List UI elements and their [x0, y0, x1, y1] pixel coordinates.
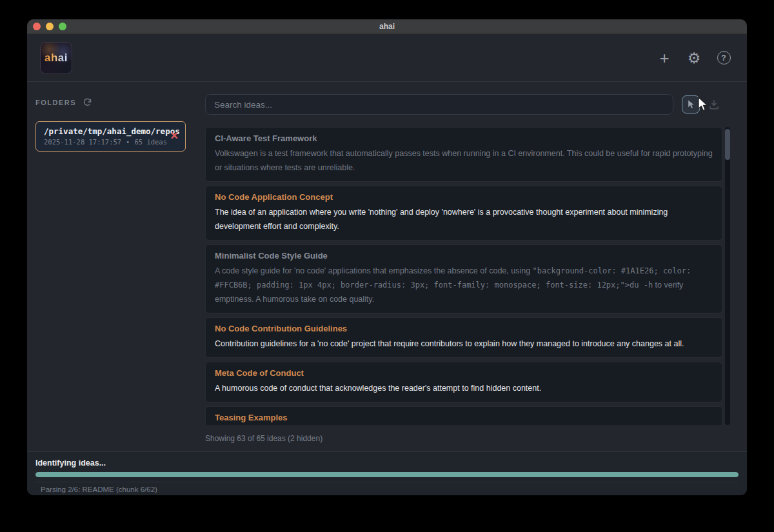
idea-description: Contribution guidelines for a 'no code' …: [215, 337, 713, 351]
idea-title: No Code Application Concept: [215, 192, 713, 202]
content-area: FOLDERS /private/tmp/ahai_demo/repos 202…: [27, 82, 747, 451]
idea-card[interactable]: CI-Aware Test Framework Volkswagen is a …: [205, 127, 722, 182]
status-footer: Identifying ideas... Parsing 2/6: README…: [27, 451, 747, 495]
download-icon: [708, 99, 720, 110]
select-mode-button[interactable]: [682, 95, 700, 113]
help-button[interactable]: ?: [716, 50, 731, 66]
idea-title: Teasing Examples: [215, 413, 713, 422]
idea-card[interactable]: No Code Application Concept The idea of …: [205, 186, 722, 241]
folder-path: /private/tmp/ahai_demo/repos: [44, 126, 165, 136]
idea-card[interactable]: Meta Code of Conduct A humorous code of …: [205, 362, 722, 402]
app-logo: ahai: [40, 42, 72, 74]
idea-list: CI-Aware Test Framework Volkswagen is a …: [205, 127, 722, 425]
parsing-status: Parsing 2/6: README (chunk 6/62): [35, 482, 739, 493]
help-icon: ?: [717, 51, 731, 64]
refresh-icon[interactable]: [83, 97, 92, 107]
idea-title: Meta Code of Conduct: [215, 368, 713, 378]
idea-card[interactable]: No Code Contribution Guidelines Contribu…: [205, 317, 722, 358]
idea-description: The idea of an application where you wri…: [215, 205, 713, 233]
pointer-icon: [687, 100, 695, 110]
app-window: ahai ahai + ⚙ ? FOLDERS: [27, 19, 747, 495]
idea-description: A code style guide for 'no code' applica…: [215, 264, 713, 306]
activity-label: Identifying ideas...: [35, 458, 739, 468]
app-logo-text: ahai: [45, 52, 68, 64]
idea-card[interactable]: Minimalist Code Style Guide A code style…: [205, 244, 722, 313]
idea-description: Volkswagen is a test framework that auto…: [215, 146, 713, 175]
titlebar: ahai: [27, 19, 747, 34]
close-icon: ✕: [170, 130, 179, 141]
scrollbar[interactable]: [725, 127, 730, 425]
add-folder-button[interactable]: +: [657, 50, 672, 66]
main-panel: CI-Aware Test Framework Volkswagen is a …: [197, 82, 747, 451]
sidebar: FOLDERS /private/tmp/ahai_demo/repos 202…: [27, 82, 197, 451]
folder-item[interactable]: /private/tmp/ahai_demo/repos 2025-11-28 …: [35, 121, 186, 152]
folders-heading: FOLDERS: [35, 99, 76, 106]
window-title: ahai: [27, 22, 747, 31]
folder-idea-count: 65 ideas: [134, 138, 167, 146]
search-input[interactable]: [205, 94, 673, 115]
export-button[interactable]: [706, 95, 722, 113]
delete-folder-button[interactable]: ✕: [170, 131, 179, 141]
settings-button[interactable]: ⚙: [686, 50, 702, 66]
app-header: ahai + ⚙ ?: [27, 34, 747, 82]
idea-description: A humorous code of conduct that acknowle…: [215, 381, 713, 395]
plus-icon: +: [659, 51, 669, 65]
folder-timestamp: 2025-11-28 17:17:57: [44, 138, 121, 146]
idea-title: Minimalist Code Style Guide: [215, 251, 713, 261]
gear-icon: ⚙: [688, 50, 701, 66]
progress-fill: [35, 472, 739, 477]
bullet-separator: •: [126, 138, 130, 146]
idea-card[interactable]: Teasing Examples A file that redirects t…: [205, 406, 722, 425]
idea-title: CI-Aware Test Framework: [215, 133, 713, 143]
progress-bar: [35, 472, 739, 477]
list-status: Showing 63 of 65 ideas (2 hidden): [205, 434, 722, 443]
idea-title: No Code Contribution Guidelines: [215, 324, 713, 333]
scrollbar-thumb[interactable]: [725, 129, 730, 160]
